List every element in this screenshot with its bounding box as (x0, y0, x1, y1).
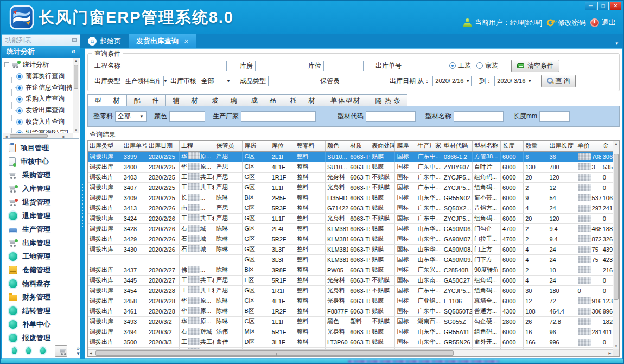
column-header[interactable]: 型材名称 (472, 141, 500, 151)
manufacturer-input[interactable] (241, 111, 316, 122)
collapse-icon[interactable]: « (72, 46, 75, 58)
column-header[interactable]: 出库单号 (122, 141, 147, 151)
tab-shipment-query[interactable]: 发货出库查询 ✕ (129, 34, 196, 48)
horizontal-scrollbar[interactable]: ◀ ▶ (88, 349, 613, 356)
table-row[interactable]: 调拨出库34072020/2/25工共工程严思G区1L1F整料光身料6063-T… (88, 182, 613, 193)
material-tab-4[interactable]: 玻 璃 (205, 94, 244, 106)
sidebar-item-2[interactable]: 审核中心 (2, 155, 80, 168)
tree-item[interactable]: 在途信息查询[待 (12, 82, 72, 93)
column-header[interactable]: 膜厚 (395, 141, 416, 151)
tab-list-caret-icon[interactable]: ▾ (615, 41, 623, 48)
sidebar-item-5[interactable]: 退货管理 (2, 195, 80, 209)
maximize-button[interactable]: □ (597, 2, 609, 10)
column-header[interactable]: 表面处理 (370, 141, 395, 151)
column-header[interactable]: 单价 (576, 141, 601, 151)
module-dot-icon[interactable] (26, 347, 31, 354)
sidebar-item-11[interactable]: 物料盘存 (2, 277, 80, 290)
table-row[interactable]: 调拨出库34302020/2/26石城陈琳G区3L3F整料KLM38176063… (88, 244, 613, 254)
tree-item[interactable]: 采购入库查询 (12, 93, 72, 105)
sidebar-item-12[interactable]: 财务管理 (2, 290, 80, 304)
module-dot-icon[interactable] (40, 347, 45, 354)
table-row[interactable]: 调拨出库34542020/2/28工共工程严思G区1R1F整料光身料6063-T… (88, 285, 613, 296)
column-header[interactable]: 库位 (270, 141, 295, 151)
project-name-input[interactable] (123, 61, 227, 71)
tree-item[interactable]: 发货出库查询 (12, 105, 72, 116)
column-header[interactable]: 出库长度 (547, 141, 576, 151)
table-row[interactable]: 调拨出库34282020/2/26石城陈琳G区2L4F整料KLM38176063… (88, 223, 613, 234)
table-row[interactable]: 调拨出库34132020/2/26南...严思C区5R3F整料G71422606… (88, 203, 613, 213)
keeper-input[interactable] (342, 76, 383, 86)
tree-item[interactable]: 收货入库查询 (12, 116, 72, 127)
sidebar-item-7[interactable]: 生产管理 (2, 222, 80, 236)
material-tab-2[interactable]: 配 件 (126, 94, 166, 106)
profile-code-input[interactable] (366, 111, 416, 122)
tree-vertical-scrollbar[interactable]: ▲ ▼ (73, 58, 79, 133)
column-header[interactable]: 出库类型 (88, 141, 122, 151)
sidebar-item-13[interactable]: 结转管理 (2, 304, 80, 317)
material-tab-5[interactable]: 成 品 (244, 94, 283, 106)
column-header[interactable]: 库房 (243, 141, 270, 151)
column-header[interactable]: 长度 (501, 141, 524, 151)
table-row[interactable]: 调拨出库34292020/2/26石城陈琳G区5R2F整料KLM38176063… (88, 234, 613, 244)
location-input[interactable] (323, 61, 364, 71)
sidebar-item-8[interactable]: 出库管理 (2, 236, 80, 250)
color-input[interactable] (169, 111, 205, 122)
sidebar-item-3[interactable]: 采购管理 (2, 168, 80, 182)
logout-button[interactable]: 退出 (590, 18, 616, 28)
table-row[interactable]: 调拨出库34372020/2/27佛...陈琳B区3R8F整料PW056063-… (88, 265, 613, 275)
column-header[interactable]: 型材代码 (442, 141, 472, 151)
radio-jiazhuang[interactable]: 家装 (476, 61, 498, 71)
sidebar-item-10[interactable]: 仓储管理 (2, 263, 80, 277)
table-row[interactable]: 调拨出库34582020/2/28华原...陈琳C区4L1F整料光身料6063-… (88, 296, 613, 306)
column-header[interactable]: 保管员 (214, 141, 243, 151)
material-tab-8[interactable]: 隔热条 (368, 94, 407, 106)
column-header[interactable]: 生产厂家 (416, 141, 442, 151)
order-no-input[interactable] (404, 61, 438, 71)
table-row[interactable]: 调拨出库35002020/3/3工共工程曹佳D区3L1F整料LT3P606063… (88, 337, 613, 347)
search-button[interactable]: 查 询 (541, 75, 576, 87)
audit-select[interactable]: 全部 ▼ (199, 76, 233, 86)
clear-conditions-button[interactable]: 清空条件 (511, 60, 559, 72)
sidebar-item-9[interactable]: 工地管理 (2, 250, 80, 263)
column-header[interactable]: 整零料 (295, 141, 325, 151)
material-tab-6[interactable]: 耗 材 (283, 94, 322, 106)
sidebar-item-6[interactable]: 退库管理 (2, 209, 80, 222)
column-header[interactable]: 材质 (348, 141, 370, 151)
pin-icon[interactable] (72, 37, 77, 43)
column-header[interactable]: 颜色 (325, 141, 348, 151)
tree-item[interactable]: 预算执行查询 (12, 71, 72, 82)
minimize-button[interactable]: ─ (585, 2, 596, 10)
sidebar-item-1[interactable]: 项目管理 (2, 141, 80, 155)
tree-horizontal-scrollbar[interactable]: ◀ ▶ (3, 133, 73, 138)
close-button[interactable]: ✕ (610, 2, 621, 10)
sidebar-item-14[interactable]: 补单中心 (2, 317, 80, 331)
product-type-input[interactable] (268, 76, 308, 86)
table-row[interactable]: 调拨出库33992020/2/25华原...严思C区2L1F整料SU10...6… (88, 151, 613, 162)
tree-expander-icon[interactable]: − (4, 62, 9, 67)
radio-gongzhuang[interactable]: 工装 (449, 61, 471, 71)
table-row[interactable]: 调拨出库34942020/3/2石辉城汤伟M区5R1F整料光身料6063-T5贴… (88, 327, 613, 337)
column-header[interactable]: 工程 (180, 141, 214, 151)
table-row[interactable]: 调拨出库34932020/3/2华原...陈琳C区1L1F整料黑色塑料不贴膜国标… (88, 316, 613, 327)
stats-group-header[interactable]: 统计分析 « (2, 46, 80, 58)
out-type-select[interactable]: 生产领料出库 ▼ (123, 76, 164, 86)
date-from-picker[interactable]: 2020/ 2/16 ▼ (432, 76, 472, 86)
cart-module-button[interactable] (55, 345, 67, 357)
table-row[interactable]: 调拨出库34612020/2/28华原...陈琳B区1R2F整料F8877FT6… (88, 306, 613, 316)
table-row[interactable]: G区3L3F整料KLM38176063-T5贴膜国标山东华...GA90M09.… (88, 254, 613, 265)
vertical-scrollbar[interactable]: ▲ ▼ (613, 141, 619, 349)
table-row[interactable]: 调拨出库34452020/2/27工共工程严思F区5R1F整料光身料6063-T… (88, 275, 613, 285)
change-password-button[interactable]: 修改密码 (546, 18, 586, 28)
table-row[interactable]: 调拨出库34002020/2/25华原...严思C区4L1F整料SU10...6… (88, 162, 613, 172)
splitter-handle[interactable] (80, 48, 85, 359)
date-to-picker[interactable]: 2020/ 3/16 ▼ (494, 76, 533, 86)
module-dot-icon[interactable] (12, 347, 17, 354)
column-header[interactable]: 出库日期 (147, 141, 179, 151)
tab-close-icon[interactable]: ✕ (184, 38, 189, 45)
material-tab-3[interactable]: 辅 材 (165, 94, 205, 106)
column-header[interactable]: 数量 (524, 141, 547, 151)
material-tab-7[interactable]: 单体型材 (322, 94, 368, 106)
material-tab-1[interactable]: 型 材 (87, 94, 127, 106)
table-row[interactable]: 调拨出库34032020/2/25工共工程严思G区1R1F整料光身料6063-T… (88, 172, 613, 182)
warehouse-input[interactable] (255, 61, 295, 71)
